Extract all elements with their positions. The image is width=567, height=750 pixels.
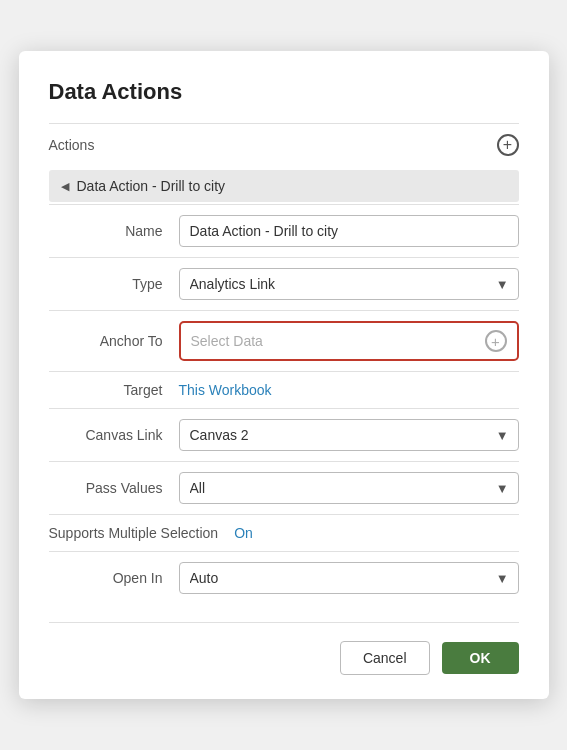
add-action-button[interactable]: + — [497, 134, 519, 156]
actions-label: Actions — [49, 137, 95, 153]
collapse-icon: ◀ — [61, 180, 69, 193]
open-in-label: Open In — [49, 570, 179, 586]
target-link[interactable]: This Workbook — [179, 382, 272, 398]
canvas-link-field-row: Canvas Link Canvas 1 Canvas 2 Canvas 3 ▼ — [49, 408, 519, 461]
canvas-link-label: Canvas Link — [49, 427, 179, 443]
pass-values-field-row: Pass Values All Selected None ▼ — [49, 461, 519, 514]
cancel-button[interactable]: Cancel — [340, 641, 430, 675]
pass-values-label: Pass Values — [49, 480, 179, 496]
type-field-row: Type Analytics Link URL Navigation ▼ — [49, 257, 519, 310]
anchor-to-label: Anchor To — [49, 333, 179, 349]
action-item-label: Data Action - Drill to city — [77, 178, 226, 194]
action-item[interactable]: ◀ Data Action - Drill to city — [49, 170, 519, 202]
supports-multiple-value[interactable]: On — [234, 525, 253, 541]
target-label: Target — [49, 382, 179, 398]
pass-values-select-wrap: All Selected None ▼ — [179, 472, 519, 504]
name-input[interactable] — [179, 215, 519, 247]
anchor-add-button[interactable]: + — [485, 330, 507, 352]
open-in-select-wrap: Auto New Tab Same Tab ▼ — [179, 562, 519, 594]
supports-multiple-label: Supports Multiple Selection — [49, 525, 235, 541]
footer-row: Cancel OK — [49, 622, 519, 675]
dialog-title: Data Actions — [49, 79, 519, 105]
name-label: Name — [49, 223, 179, 239]
anchor-to-box[interactable]: Select Data + — [179, 321, 519, 361]
supports-multiple-row: Supports Multiple Selection On — [49, 514, 519, 551]
anchor-to-row: Anchor To Select Data + — [49, 310, 519, 371]
open-in-select[interactable]: Auto New Tab Same Tab — [179, 562, 519, 594]
open-in-field-row: Open In Auto New Tab Same Tab ▼ — [49, 551, 519, 604]
canvas-link-select[interactable]: Canvas 1 Canvas 2 Canvas 3 — [179, 419, 519, 451]
actions-section-row: Actions + — [49, 123, 519, 166]
type-select-wrap: Analytics Link URL Navigation ▼ — [179, 268, 519, 300]
name-field-row: Name — [49, 204, 519, 257]
type-label: Type — [49, 276, 179, 292]
ok-button[interactable]: OK — [442, 642, 519, 674]
data-actions-dialog: Data Actions Actions + ◀ Data Action - D… — [19, 51, 549, 699]
type-select[interactable]: Analytics Link URL Navigation — [179, 268, 519, 300]
anchor-placeholder: Select Data — [191, 333, 263, 349]
canvas-link-select-wrap: Canvas 1 Canvas 2 Canvas 3 ▼ — [179, 419, 519, 451]
pass-values-select[interactable]: All Selected None — [179, 472, 519, 504]
target-field-row: Target This Workbook — [49, 371, 519, 408]
